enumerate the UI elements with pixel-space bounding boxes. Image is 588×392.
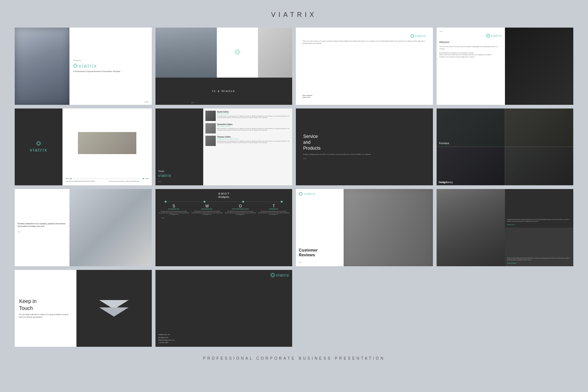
year-label-2: 2022 xyxy=(191,102,257,104)
swot-word-o: OPPORTUNITIES xyxy=(232,208,249,210)
review-text-2: Viatrix not only selling products but al… xyxy=(507,257,571,261)
logo-icon-11 xyxy=(299,192,302,196)
swot-letter-w: W xyxy=(205,204,209,208)
numbers-text: Numbers statement of our company, produc… xyxy=(18,222,67,228)
swot-item-w: W WEAKNESS We always try to give the bes… xyxy=(191,204,223,215)
member-desc-3: Be professional in everything we do to s… xyxy=(217,140,290,144)
swot-title-line1: S.W.O.T xyxy=(158,192,290,195)
consultancy-label: Consultancy xyxy=(439,181,453,183)
slide-contact: viatrix reallygreasite.com @reallygreasi… xyxy=(155,270,293,347)
design-cell: Design xyxy=(437,147,505,185)
contact-phone: +123-456-7890 xyxy=(158,341,290,344)
slide-team: Team viatrix 2022 David Collins CEO and … xyxy=(155,108,293,186)
consultancy-cell: Consultancy xyxy=(505,147,573,185)
swot-word-s: STRENGTH xyxy=(168,208,179,210)
swot-item-o: O OPPORTUNITIES We always try to give th… xyxy=(225,204,256,215)
logo-icon-4 xyxy=(486,34,490,38)
timeline-desc-1: Lorem ipsum breakthrough introduced into… xyxy=(65,181,105,182)
swot-item-t: T THREATS We always try to give the best… xyxy=(258,204,289,215)
logo-icon-2 xyxy=(235,49,240,54)
numbers-year: 2022 xyxy=(18,231,67,233)
timeline-dot-1 xyxy=(70,178,72,179)
swot-desc-w: We always try to give the best product t… xyxy=(191,211,223,215)
brand-name-14: viatrix xyxy=(276,273,289,277)
member-title-1: CEO and Founder xyxy=(217,113,290,115)
slide-mission: 2022 viatrix Mission There are some miss… xyxy=(437,28,574,105)
swot-letter-o: O xyxy=(239,204,242,208)
page-title: VIATRIX xyxy=(271,11,317,19)
keep-title: Keep in Touch xyxy=(19,298,72,311)
slide-numbers: Numbers statement of our company, produc… xyxy=(15,189,152,266)
swot-title-line2: Analysis xyxy=(158,195,290,199)
brand-name-5: viatrix xyxy=(30,147,47,153)
swot-word-w: WEAKNESS xyxy=(201,208,213,210)
slide-keep-in-touch: Keep in Touch You are always welcome to … xyxy=(15,270,152,347)
review-year: 2022 xyxy=(299,261,341,263)
swot-year: 2022 xyxy=(161,217,165,219)
swot-letter-t: T xyxy=(273,204,275,208)
present-label: Present xyxy=(73,59,148,61)
letter-text: There are some missions we want to achie… xyxy=(302,40,426,92)
swot-desc-s: We always try to give the best product t… xyxy=(158,211,190,215)
team-section-title: Team xyxy=(158,170,200,172)
member-title-3: Marketing and Customer Service xyxy=(217,138,290,140)
swot-desc-t: We always try to give the best product t… xyxy=(258,211,289,215)
contact-twitter: @reallygreasite xyxy=(158,336,290,339)
swot-line-3 xyxy=(244,202,281,202)
swot-dot-t xyxy=(281,201,283,203)
review-1: Usually, it's hard to find customize fur… xyxy=(505,189,573,228)
swot-desc-o: We always try to give the best product t… xyxy=(225,211,256,215)
member-desc-2: Be professional in everything we do to s… xyxy=(217,128,290,132)
glance-title: In a Glance xyxy=(212,89,235,93)
team-member-1: David Collins CEO and Founder Be profess… xyxy=(205,111,290,121)
chevron-2 xyxy=(99,307,129,317)
mission-text: There are some missions we want to achie… xyxy=(440,46,502,58)
year-2021: 2021 xyxy=(146,178,149,179)
swot-item-s: S STRENGTH We always try to give the bes… xyxy=(158,204,190,215)
contact-email: hello@reallygreasite.com xyxy=(158,339,290,341)
contact-info: reallygreasite.com @reallygreasite hello… xyxy=(158,333,290,344)
review-2: Viatrix not only selling products but al… xyxy=(505,228,573,266)
logo-icon-3 xyxy=(410,34,414,38)
reviewer-name-2: Chloe Pullman xyxy=(507,262,571,264)
timeline-dot-2 xyxy=(143,178,144,179)
furniture-cell: Furniture xyxy=(437,108,505,147)
review-text-1: Usually, it's hard to find customize fur… xyxy=(507,219,571,222)
member-desc-1: Be professional in everything we do to s… xyxy=(217,115,290,119)
bg-cell-2 xyxy=(505,108,573,147)
service-year: 2022 xyxy=(303,158,426,160)
team-label: Viatrix Team xyxy=(302,96,426,98)
slide-description: A Professional Corporate Business Presen… xyxy=(73,70,148,73)
slide-letter: viatrix There are some missions we want … xyxy=(296,28,433,105)
swot-word-t: THREATS xyxy=(269,208,279,210)
slide-furniture: Furniture Design Consultancy xyxy=(437,108,574,186)
team-brand: viatrix xyxy=(158,173,200,178)
keep-desc: You are always welcome to contact us to … xyxy=(19,314,72,319)
mission-title: Mission xyxy=(440,40,502,44)
furniture-label: Furniture xyxy=(439,142,449,145)
team-member-2: Samantha Collins Co-founder and CFO Be p… xyxy=(205,123,290,133)
member-title-2: Co-founder and CFO xyxy=(217,125,290,127)
team-member-3: Thomas Collins Marketing and Customer Se… xyxy=(205,136,290,146)
team-year: 2022 xyxy=(158,181,200,182)
slide-swot: S.W.O.T Analysis S STRENGTH We always tr… xyxy=(155,189,293,266)
slide-service: Service and Products Besides making prod… xyxy=(296,108,433,186)
swot-line-2 xyxy=(205,202,242,202)
logo-icon xyxy=(73,64,78,68)
service-desc: Besides making products we sell on our w… xyxy=(303,153,426,156)
logo-icon-5 xyxy=(36,141,41,146)
slide-in-a-glance: In a Glance 2022 xyxy=(155,28,293,105)
swot-letter-s: S xyxy=(172,204,175,208)
service-title: Service and Products xyxy=(303,134,426,151)
reviewer-name-1: Darren Vex xyxy=(507,224,571,225)
timeline-desc-2: Lorem ipsum convenience is a day-to-day … xyxy=(108,181,148,182)
review-title: Customer Reviews xyxy=(299,248,341,257)
page-footer: PROFESSIONAL CORPORATE BUSINESS PRESENTA… xyxy=(203,356,385,360)
year-label-4: 2022 xyxy=(440,31,502,32)
brand-name: viatrix xyxy=(79,63,97,69)
slide-timeline: viatrix 2019 2021 Lorem ipsum breakthrou… xyxy=(15,108,152,186)
slide-customer-reviews: viatrix Customer Reviews 2022 xyxy=(296,189,433,266)
slide-reviews-photos: Usually, it's hard to find customize fur… xyxy=(437,189,574,266)
logo-icon-14 xyxy=(270,273,275,277)
swot-line-1 xyxy=(166,202,203,202)
